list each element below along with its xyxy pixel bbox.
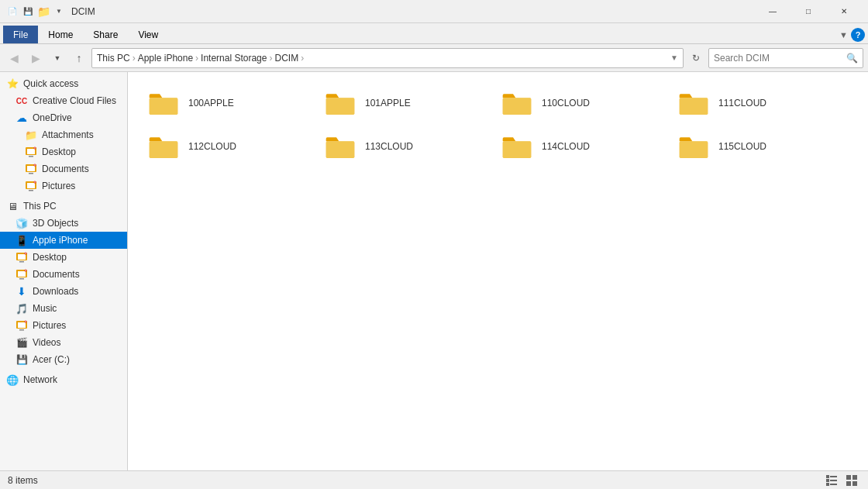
tab-file[interactable]: File [3, 26, 38, 43]
sidebar-label-music: Music [33, 303, 57, 314]
large-icons-view-button[interactable] [843, 474, 860, 487]
file-label-111cloud: 111CLOUD [718, 98, 766, 108]
sidebar-item-videos[interactable]: 🎬 Videos [0, 334, 127, 351]
title-bar-icons: 📄 💾 📁 ▼ [6, 5, 65, 18]
folder-icon-100apple [145, 88, 182, 119]
file-item-110cloud[interactable]: 110CLOUD [494, 84, 664, 122]
downloads-icon: ⬇ [16, 285, 28, 298]
refresh-button[interactable]: ↻ [687, 49, 705, 67]
svg-rect-1 [27, 149, 35, 154]
sidebar-label-desktop2: Desktop [33, 252, 67, 263]
item-count: 8 items [8, 475, 38, 486]
svg-rect-16 [18, 254, 26, 260]
breadcrumb-iphone: Apple iPhone [138, 53, 193, 64]
file-item-115cloud[interactable]: 115CLOUD [670, 128, 841, 165]
file-item-113cloud[interactable]: 113CLOUD [317, 128, 487, 165]
folder-icon-113cloud [322, 131, 359, 162]
creative-cloud-icon: CC [16, 95, 28, 107]
folder-icon-112cloud [145, 131, 182, 162]
up-button[interactable]: ↑ [70, 49, 88, 67]
sidebar-item-3d-objects[interactable]: 🧊 3D Objects [0, 215, 127, 232]
main-area: ⭐ Quick access CC Creative Cloud Files ☁… [0, 72, 868, 470]
file-item-100apple[interactable]: 100APPLE [140, 84, 311, 122]
network-icon: 🌐 [6, 374, 19, 386]
sidebar-label-desktop1: Desktop [42, 146, 76, 157]
close-button[interactable]: ✕ [826, 0, 862, 23]
sidebar-item-pictures1[interactable]: Pictures [0, 177, 127, 195]
sidebar-item-this-pc[interactable]: 🖥 This PC [0, 198, 127, 215]
sidebar-item-documents2[interactable]: Documents [0, 266, 127, 283]
svg-rect-17 [19, 261, 24, 263]
folder-icon-111cloud [675, 88, 712, 119]
forward-button[interactable]: ▶ [26, 49, 45, 67]
sidebar-label-pictures1: Pictures [42, 181, 75, 191]
maximize-button[interactable]: □ [790, 0, 826, 23]
ribbon: File Home Share View ▼ ? [0, 23, 868, 44]
tab-share[interactable]: Share [83, 26, 128, 43]
address-dropdown-icon[interactable]: ▼ [670, 53, 678, 62]
folder-icon-110cloud [498, 88, 536, 119]
sidebar-label-3d-objects: 3D Objects [33, 218, 78, 229]
tab-view[interactable]: View [128, 26, 168, 43]
sidebar-label-creative-cloud: Creative Cloud Files [33, 95, 116, 106]
sidebar-item-desktop1[interactable]: Desktop [0, 143, 127, 160]
tab-home[interactable]: Home [38, 26, 83, 43]
svg-rect-53 [852, 475, 857, 480]
sidebar-item-creative-cloud[interactable]: CC Creative Cloud Files [0, 92, 127, 109]
sidebar-label-network: Network [23, 374, 57, 385]
folder-icon-title: 📁 [37, 5, 50, 18]
chevron-down-icon[interactable]: ▼ [839, 30, 848, 40]
sidebar-item-pictures2[interactable]: Pictures [0, 317, 127, 334]
svg-rect-6 [27, 166, 35, 171]
recent-locations-button[interactable]: ▼ [48, 49, 67, 67]
sidebar-label-documents2: Documents [33, 269, 80, 280]
iphone-icon: 📱 [16, 234, 28, 246]
help-button[interactable]: ? [851, 28, 865, 42]
svg-rect-7 [29, 173, 33, 174]
search-input[interactable] [714, 53, 846, 64]
sidebar-item-network[interactable]: 🌐 Network [0, 371, 127, 388]
folder-attachments-icon: 📁 [25, 129, 37, 141]
folder-icon-101apple [322, 88, 359, 119]
details-view-button[interactable] [823, 474, 840, 487]
breadcrumb-thispc: This PC [97, 53, 130, 64]
page-icon: 📄 [6, 5, 19, 18]
search-box[interactable]: 🔍 [708, 48, 863, 68]
file-label-110cloud: 110CLOUD [542, 98, 590, 108]
address-bar[interactable]: This PC › Apple iPhone › Internal Storag… [91, 48, 684, 68]
file-item-114cloud[interactable]: 114CLOUD [494, 128, 664, 165]
file-item-101apple[interactable]: 101APPLE [317, 84, 487, 122]
svg-rect-22 [19, 278, 24, 280]
sidebar-item-downloads[interactable]: ⬇ Downloads [0, 283, 127, 300]
sidebar-item-attachments[interactable]: 📁 Attachments [0, 126, 127, 143]
file-label-100apple: 100APPLE [188, 98, 234, 108]
toolbar: ◀ ▶ ▼ ↑ This PC › Apple iPhone › Interna… [0, 44, 868, 72]
dropdown-icon: ▼ [53, 5, 65, 18]
file-item-111cloud[interactable]: 111CLOUD [670, 84, 841, 122]
file-item-112cloud[interactable]: 112CLOUD [140, 128, 311, 165]
svg-rect-39 [150, 141, 178, 158]
sidebar-item-documents1[interactable]: Documents [0, 160, 127, 177]
pictures2-icon [16, 319, 28, 332]
svg-rect-55 [852, 481, 857, 486]
sidebar-label-acer-c: Acer (C:) [33, 354, 70, 365]
sidebar-item-music[interactable]: 🎵 Music [0, 300, 127, 317]
svg-rect-43 [503, 141, 532, 158]
onedrive-icon: ☁ [16, 112, 28, 124]
sidebar-item-quick-access[interactable]: ⭐ Quick access [0, 75, 127, 92]
svg-rect-41 [326, 141, 355, 158]
file-label-113cloud: 113CLOUD [365, 141, 413, 152]
view-toggle [823, 474, 860, 487]
back-button[interactable]: ◀ [5, 49, 23, 67]
file-area: 100APPLE 101APPLE 110CLOUD 111CLOUD 112C… [128, 72, 868, 470]
sidebar-item-desktop2[interactable]: Desktop [0, 249, 127, 266]
file-label-112cloud: 112CLOUD [188, 141, 236, 152]
sidebar-item-apple-iphone[interactable]: 📱 Apple iPhone [0, 232, 127, 249]
sidebar-label-apple-iphone: Apple iPhone [33, 235, 88, 246]
sidebar-item-acer-c[interactable]: 💾 Acer (C:) [0, 351, 127, 368]
documents1-icon [25, 163, 37, 175]
sidebar-item-onedrive[interactable]: ☁ OneDrive [0, 109, 127, 126]
minimize-button[interactable]: — [755, 0, 790, 23]
file-label-115cloud: 115CLOUD [718, 141, 766, 152]
sidebar-label-downloads: Downloads [33, 286, 78, 297]
